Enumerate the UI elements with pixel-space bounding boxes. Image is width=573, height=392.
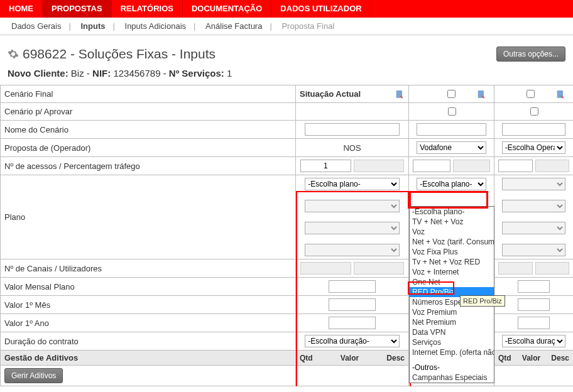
dropdown-option[interactable]: Voz Premium [410, 307, 494, 317]
approve-checkbox-3[interactable] [530, 107, 538, 116]
row-cenario-aprovar: Cenário p/ Aprovar [1, 103, 296, 121]
nav-relatorios[interactable]: RELATÓRIOS [112, 0, 183, 18]
subnav-inputs-adicionais[interactable]: Inputs Adicionais [121, 21, 190, 31]
plano-sub-1b[interactable] [305, 222, 399, 234]
canais-3b[interactable] [535, 262, 569, 275]
plano-select-1[interactable]: -Escolha plano- [305, 178, 399, 190]
nome-cenario-input-3[interactable] [502, 123, 566, 136]
breadcrumb: Dados Gerais| Inputs| Inputs Adicionais|… [0, 18, 573, 35]
plano-sub-3c [502, 244, 566, 256]
gerir-aditivos-button[interactable]: Gerir Aditivos [4, 368, 63, 383]
page-title-text: 698622 - Soluções Fixas - Inputs [23, 46, 216, 62]
dropdown-option[interactable]: Net + Voz (tarif. Consumo) [410, 237, 494, 247]
dropdown-option[interactable]: Voz [410, 227, 494, 237]
operador-select-3[interactable]: -Escolha Operador- [502, 141, 566, 154]
row-cenario-final: Cenário Final [1, 85, 296, 103]
row-valor-1ano: Valor 1º Ano [1, 314, 296, 332]
situacao-actual-label: Situação Actual [300, 89, 361, 99]
duracao-select-1[interactable]: -Escolha duração- [305, 335, 399, 347]
valor-1ano-1[interactable] [329, 317, 376, 329]
operador-select-2[interactable]: Vodafone [417, 141, 486, 154]
plano-sub-3a [502, 200, 566, 212]
plano-sub-3b [502, 222, 566, 234]
plano-select-2[interactable]: -Escolha plano- [417, 178, 486, 190]
duracao-select-3[interactable]: -Escolha duração- [502, 335, 566, 347]
operador-1: NOS [296, 139, 409, 157]
client-info: Novo Cliente: Biz - NIF: 123456789 - Nº … [0, 65, 573, 85]
dropdown-option[interactable]: One Net [410, 277, 494, 287]
plano-sub-1c[interactable] [305, 244, 399, 256]
subnav-analise-factura[interactable]: Análise Factura [202, 21, 266, 31]
dropdown-option[interactable]: Tv + Net + Voz RED [410, 257, 494, 267]
dropdown-option[interactable]: Voz + Internet [410, 267, 494, 277]
subnav-inputs[interactable]: Inputs [77, 21, 109, 31]
row-gestao-aditivos: Gestão de Aditivos [1, 351, 296, 366]
dropdown-option[interactable]: Internet Emp. (oferta não [410, 347, 494, 357]
tooltip: RED Pro/Biz [460, 295, 505, 307]
dropdown-option[interactable]: TV + Net + Voz [410, 217, 494, 227]
dropdown-option[interactable]: Net Premium [410, 317, 494, 327]
acessos-input-3[interactable] [498, 160, 532, 172]
acessos-input-1[interactable] [300, 160, 351, 172]
scenario-checkbox-3[interactable] [527, 90, 535, 98]
nav-home[interactable]: HOME [0, 0, 43, 18]
dropdown-option[interactable]: -Escolha plano- [410, 207, 494, 217]
acessos-input-2[interactable] [413, 160, 450, 172]
valor-1mes-3[interactable] [518, 298, 550, 311]
canais-1b[interactable] [354, 262, 404, 275]
valor-mensal-1[interactable] [329, 280, 376, 293]
plano-dropdown-list[interactable]: -Escolha plano-TV + Net + VozVozNet + Vo… [409, 206, 494, 383]
other-options-button[interactable]: Outras opções... [496, 46, 565, 62]
nav-documentacao[interactable]: DOCUMENTAÇÃO [183, 0, 271, 18]
subnav-dados-gerais[interactable]: Dados Gerais [8, 21, 65, 31]
nome-cenario-input-2[interactable] [417, 123, 486, 136]
nav-propostas[interactable]: PROPOSTAS [43, 0, 112, 18]
report-icon[interactable] [476, 89, 486, 99]
canais-1a[interactable] [300, 262, 351, 275]
plano-sub-1a[interactable] [305, 200, 399, 212]
approve-checkbox-2[interactable] [448, 107, 456, 116]
valor-1mes-1[interactable] [329, 298, 376, 311]
dropdown-option[interactable]: Serviços [410, 337, 494, 347]
row-duracao: Duração do contrato [1, 332, 296, 351]
row-valor-1mes: Valor 1º Mês [1, 296, 296, 314]
report-icon[interactable] [555, 89, 565, 99]
row-nome-cenario: Nome do Cenário [1, 121, 296, 139]
row-proposta-operador: Proposta de (Operador) [1, 139, 296, 157]
dropdown-option[interactable]: Data VPN [410, 327, 494, 337]
trafego-input-3[interactable] [535, 160, 569, 172]
gear-icon [8, 48, 19, 60]
plano-select-3 [502, 178, 566, 190]
report-icon[interactable] [395, 89, 405, 99]
nav-dados-utilizador[interactable]: DADOS UTILIZADOR [271, 0, 371, 18]
dropdown-group: -Outros- [410, 362, 494, 373]
trafego-input-1[interactable] [354, 160, 404, 172]
row-plano: Plano [1, 175, 296, 259]
page-title: 698622 - Soluções Fixas - Inputs [8, 46, 216, 62]
valor-mensal-3[interactable] [518, 280, 550, 293]
dropdown-option[interactable]: Voz Fixa Plus [410, 247, 494, 257]
dropdown-option[interactable]: Campanhas Especiais [410, 373, 494, 383]
row-n-canais: Nº de Canais / Utilizadores [1, 259, 296, 278]
subnav-proposta-final: Proposta Final [278, 21, 338, 31]
trafego-input-2[interactable] [453, 160, 490, 172]
scenario-checkbox-2[interactable] [447, 90, 456, 98]
row-n-acessos: Nº de acessos / Percentagem tráfego [1, 157, 296, 175]
nome-cenario-input-1[interactable] [305, 123, 399, 136]
row-valor-mensal: Valor Mensal Plano [1, 278, 296, 296]
row-gerir-aditivos: Gerir Aditivos [1, 366, 296, 386]
valor-1ano-3[interactable] [518, 317, 550, 329]
canais-3a[interactable] [498, 262, 532, 275]
